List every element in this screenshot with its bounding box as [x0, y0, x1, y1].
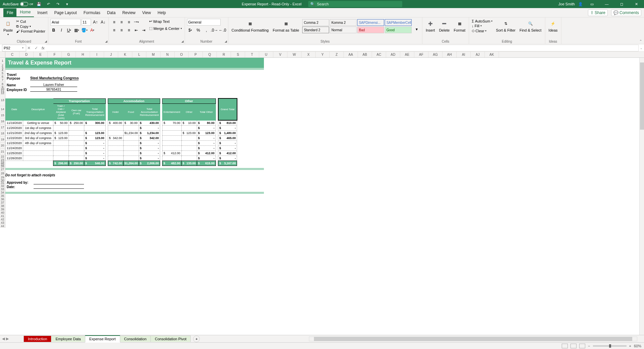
dialog-launcher-icon[interactable]: ◢: [105, 40, 107, 43]
column-header[interactable]: E: [34, 52, 48, 57]
sheet-nav-prev-icon[interactable]: ◀: [2, 337, 5, 341]
conditional-formatting-button[interactable]: ▦Conditional Formatting: [230, 19, 270, 33]
zoom-level[interactable]: 60%: [634, 344, 641, 348]
decrease-decimal-icon[interactable]: ←.0: [219, 27, 226, 34]
font-size-dropdown[interactable]: [82, 19, 91, 26]
column-header[interactable]: AJ: [471, 52, 485, 57]
tab-help[interactable]: Help: [154, 8, 169, 17]
zoom-slider[interactable]: [593, 345, 627, 347]
ideas-button[interactable]: ⚡Ideas: [547, 19, 559, 33]
increase-decimal-icon[interactable]: .0→: [211, 27, 218, 34]
column-header[interactable]: D: [19, 52, 34, 57]
row-header[interactable]: 39: [0, 208, 5, 211]
row-header[interactable]: 44: [0, 224, 5, 228]
row-header[interactable]: 20: [0, 142, 5, 148]
row-header[interactable]: 40: [0, 211, 5, 214]
underline-icon[interactable]: U▾: [66, 27, 73, 34]
row-header[interactable]: 14: [0, 106, 5, 112]
column-header[interactable]: N: [160, 52, 175, 57]
row-header[interactable]: 16: [0, 118, 5, 124]
sheet-tab-introduction[interactable]: Introduction: [24, 336, 51, 342]
column-header[interactable]: AI: [457, 52, 471, 57]
sheet-nav-next-icon[interactable]: ▶: [6, 337, 9, 341]
accept-formula-icon[interactable]: ✓: [33, 45, 40, 51]
dialog-launcher-icon[interactable]: ◢: [225, 40, 227, 43]
tab-home[interactable]: Home: [16, 8, 34, 17]
row-header[interactable]: 7: [0, 78, 5, 82]
row-header[interactable]: 28: [0, 171, 5, 175]
increase-indent-icon[interactable]: ⇥: [140, 27, 147, 34]
column-header[interactable]: W: [287, 52, 302, 57]
row-header[interactable]: 43: [0, 221, 5, 224]
tab-page-layout[interactable]: Page Layout: [51, 8, 80, 17]
column-header[interactable]: G: [62, 52, 76, 57]
column-header[interactable]: K: [118, 52, 132, 57]
decrease-indent-icon[interactable]: ⇤: [133, 27, 140, 34]
align-left-icon[interactable]: ≡: [111, 27, 118, 34]
ribbon-mode-icon[interactable]: ▭: [586, 0, 598, 8]
spreadsheet-grid[interactable]: CDEFGHIJKLMNOPQRSTUVWXYZAAABACADAEAFAGAH…: [0, 52, 644, 335]
fill-color-icon[interactable]: 🪣▾: [81, 27, 88, 34]
row-header[interactable]: 35: [0, 194, 5, 198]
row-header[interactable]: 34: [0, 191, 5, 194]
style-normal[interactable]: Normal: [330, 27, 357, 33]
dialog-launcher-icon[interactable]: ◢: [45, 40, 47, 43]
column-header[interactable]: AE: [400, 52, 414, 57]
sheet-tab-consolidation-pivot[interactable]: Consolidation Pivot: [150, 336, 191, 342]
format-cells-button[interactable]: ▦Format: [452, 19, 467, 33]
column-header[interactable]: AK: [485, 52, 499, 57]
normal-view-icon[interactable]: [562, 344, 568, 348]
cancel-formula-icon[interactable]: ✕: [26, 45, 32, 51]
formula-input[interactable]: [46, 45, 639, 51]
tab-insert[interactable]: Insert: [34, 8, 51, 17]
namebox-dropdown-icon[interactable]: ▾: [22, 46, 24, 49]
column-header[interactable]: AG: [428, 52, 443, 57]
font-name-dropdown[interactable]: [50, 19, 81, 26]
format-as-table-button[interactable]: ▦Format as Table: [271, 19, 301, 33]
row-header[interactable]: 19: [0, 136, 5, 142]
style-sapmember[interactable]: SAPMemberCell: [385, 19, 412, 26]
column-header[interactable]: C: [5, 52, 19, 57]
style-sapdimension[interactable]: SAPDimensi...: [357, 19, 384, 26]
cut-button[interactable]: ✂Cut: [15, 19, 46, 24]
zoom-out-icon[interactable]: −: [588, 344, 590, 348]
column-header[interactable]: R: [217, 52, 231, 57]
maximize-icon[interactable]: ◻: [616, 0, 627, 8]
share-button[interactable]: ⇪Share: [588, 9, 608, 16]
style-comma2[interactable]: Comma 2: [302, 19, 329, 26]
row-header[interactable]: 31: [0, 181, 5, 184]
tab-view[interactable]: View: [139, 8, 154, 17]
dialog-launcher-icon[interactable]: ◢: [181, 40, 184, 43]
zoom-in-icon[interactable]: +: [629, 344, 631, 348]
comments-button[interactable]: 💬Comments: [611, 9, 641, 16]
increase-font-icon[interactable]: A↑: [92, 19, 99, 26]
column-header[interactable]: F: [48, 52, 62, 57]
comma-icon[interactable]: ,: [203, 27, 210, 34]
sort-filter-button[interactable]: ⇅Sort & Filter: [495, 19, 517, 33]
row-header[interactable]: 13: [0, 94, 5, 106]
user-name[interactable]: Joe Smith: [558, 2, 575, 6]
page-layout-view-icon[interactable]: [570, 344, 577, 348]
search-box[interactable]: 🔍 Search: [308, 1, 402, 7]
column-header[interactable]: H: [76, 52, 90, 57]
fx-icon[interactable]: fx: [42, 46, 45, 50]
column-header[interactable]: J: [104, 52, 118, 57]
row-header[interactable]: 15: [0, 112, 5, 118]
column-header[interactable]: M: [146, 52, 160, 57]
sheet-tab-consolidation[interactable]: Consolidation: [120, 336, 151, 342]
orientation-icon[interactable]: ⭢▾: [133, 19, 140, 26]
wrap-text-button[interactable]: ↩Wrap Text: [148, 19, 183, 24]
expand-formula-icon[interactable]: ⌄: [639, 46, 644, 50]
column-header[interactable]: AD: [386, 52, 400, 57]
column-header[interactable]: X: [302, 52, 316, 57]
tab-data[interactable]: Data: [104, 8, 119, 17]
column-header[interactable]: V: [273, 52, 287, 57]
currency-icon[interactable]: $▾: [187, 27, 194, 34]
column-header[interactable]: AH: [443, 52, 457, 57]
copy-button[interactable]: ⧉Copy▾: [15, 24, 46, 29]
row-header[interactable]: 18: [0, 130, 5, 136]
column-header[interactable]: Q: [203, 52, 217, 57]
column-header[interactable]: T: [245, 52, 259, 57]
clear-button[interactable]: ◇Clear▾: [471, 28, 493, 33]
align-center-icon[interactable]: ≡: [118, 27, 125, 34]
